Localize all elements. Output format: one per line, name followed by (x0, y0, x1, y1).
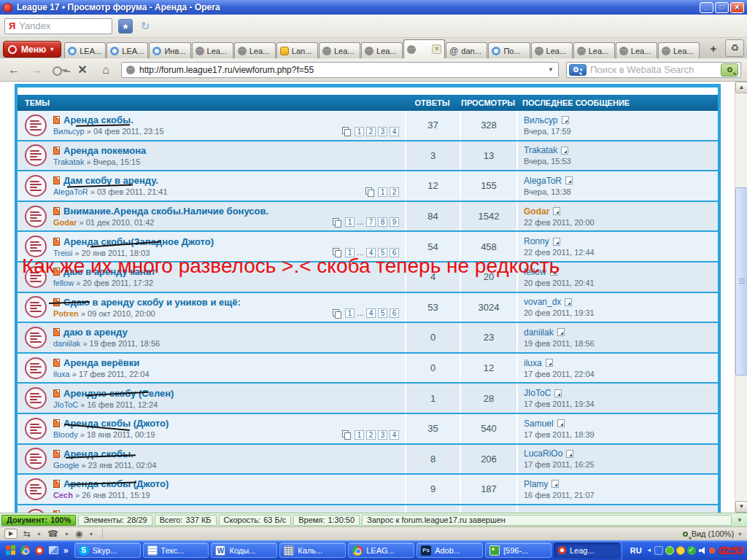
page-number-link[interactable]: 1 (378, 187, 387, 197)
browser-tab[interactable]: Lea... (361, 42, 403, 58)
topic-row[interactable]: Аренда скобы. Вильсур » 04 фев 2011, 23:… (18, 111, 718, 141)
goto-last-post-icon[interactable] (546, 359, 553, 367)
topic-author-link[interactable]: Вильсур (53, 127, 85, 136)
messenger-tray-icon[interactable] (676, 546, 685, 555)
topic-author-link[interactable]: Cech (53, 491, 73, 499)
page-number-link[interactable]: 6 (390, 308, 399, 318)
vertical-scrollbar[interactable]: ▲ ▼ (735, 82, 747, 513)
topic-row[interactable]: Аренда скобы. Google » 23 янв 2011, 02:0… (18, 445, 718, 475)
page-number-link[interactable]: 4 (366, 308, 376, 318)
taskbar-button[interactable]: Каль... (279, 542, 346, 558)
topic-row[interactable]: Аренда скобы (Джото) Cech » 26 янв 2011,… (18, 475, 718, 505)
windows-start-icon[interactable] (6, 545, 15, 556)
topic-title-link[interactable]: Аренда скобы. (63, 114, 133, 125)
forward-button[interactable]: → (29, 63, 45, 77)
goto-last-post-icon[interactable] (553, 207, 560, 215)
panel-toggle-button[interactable]: ▶ (4, 529, 18, 539)
last-post-author-link[interactable]: JIoToC (524, 388, 551, 398)
quicklaunch-more-icon[interactable]: » (63, 545, 69, 556)
topic-title-link[interactable]: Арендую скобу (Селен) (63, 388, 174, 399)
opera-unite-icon[interactable]: ☎ (47, 529, 58, 539)
page-number-link[interactable]: 1 (355, 127, 364, 136)
chrome-quicklaunch-icon[interactable] (20, 545, 30, 555)
chevron-down-icon[interactable]: ▼ (738, 532, 743, 537)
goto-last-post-icon[interactable] (557, 328, 565, 336)
opera-turbo-icon[interactable]: ◉ (75, 529, 82, 539)
browser-tab[interactable]: Lea... (658, 42, 700, 58)
address-bar[interactable]: http://forum.league17.ru/viewforum.php?f… (121, 62, 559, 78)
page-number-link[interactable]: 2 (390, 187, 399, 197)
tray-collapse-icon[interactable]: ◄ (646, 547, 652, 553)
last-post-author-link[interactable]: iluxa (524, 358, 542, 368)
minimize-button[interactable]: _ (700, 2, 713, 13)
last-post-author-link[interactable]: Samuel (524, 419, 554, 429)
page-number-link[interactable]: 9 (390, 217, 399, 227)
page-number-link[interactable]: 3 (378, 127, 387, 136)
last-post-author-link[interactable]: LucaRiOo (524, 448, 562, 459)
new-tab-button[interactable]: + (705, 41, 722, 57)
topic-row[interactable]: Аренда скобы(Западное Джото) Treisi » 20… (18, 232, 718, 262)
search-go-button[interactable] (721, 63, 738, 77)
taskbar-button[interactable]: LEAG... (348, 542, 414, 558)
browser-tab[interactable]: Lea... (531, 42, 573, 58)
page-number-link[interactable]: 5 (378, 248, 387, 257)
topic-author-link[interactable]: Bloody (53, 430, 78, 439)
antivirus-tray-icon[interactable]: ✓ (687, 546, 696, 555)
opera-menu-button[interactable]: Меню ▾ (3, 41, 61, 58)
goto-last-post-icon[interactable] (554, 389, 562, 397)
url-text[interactable]: http://forum.league17.ru/viewforum.php?f… (139, 65, 543, 75)
taskbar-button[interactable]: Текс... (143, 542, 209, 558)
page-number-link[interactable]: 1 (355, 430, 364, 440)
browser-tab[interactable]: Lea... (234, 42, 276, 58)
page-number-link[interactable]: 3 (378, 430, 387, 440)
topic-author-link[interactable]: fellow (53, 279, 74, 287)
topic-title-link[interactable]: Сдаю в аренду скобу и уников и ещё: (63, 297, 241, 308)
language-indicator[interactable]: RU (628, 545, 644, 556)
last-post-author-link[interactable]: Ronny (524, 236, 549, 246)
page-number-link[interactable]: 7 (366, 217, 376, 227)
opera-quicklaunch-icon[interactable] (35, 546, 44, 555)
taskbar-button[interactable]: Ps Adob... (417, 542, 483, 558)
opera-link-icon[interactable]: ⇆ (23, 529, 31, 539)
browser-tab[interactable]: Lea... (319, 42, 360, 58)
topic-title-link[interactable]: Аренда верёвки (63, 357, 139, 368)
last-post-author-link[interactable]: AlegaToR (524, 176, 562, 186)
goto-last-post-icon[interactable] (557, 419, 565, 427)
topic-title-link[interactable]: Аренда покемона (63, 145, 146, 156)
yandex-search-input[interactable]: Я Yandex (4, 18, 112, 34)
last-post-author-link[interactable]: vovan_dx (524, 297, 561, 307)
browser-tab[interactable]: Lan... (276, 42, 318, 58)
tab-close-icon[interactable]: ✕ (432, 44, 441, 54)
home-button[interactable]: ⌂ (98, 63, 114, 77)
browser-tab[interactable]: Инв... (149, 42, 190, 58)
chevron-down-icon[interactable]: ▼ (36, 532, 42, 537)
topic-author-link[interactable]: Trakatak (53, 158, 84, 166)
show-desktop-icon[interactable] (49, 546, 58, 554)
taskbar-button[interactable]: [596-... (485, 542, 551, 558)
goto-last-post-icon[interactable] (553, 238, 560, 246)
page-number-link[interactable]: 4 (390, 127, 399, 136)
goto-last-post-icon[interactable] (561, 147, 568, 155)
status-dropdown-icon[interactable]: ▼ (734, 517, 746, 524)
topic-row[interactable]: Аренда скобы (Джото) Bloody » 18 янв 201… (18, 414, 718, 445)
closed-tabs-trash-button[interactable]: ♻ (725, 39, 744, 57)
network-tray-icon[interactable] (654, 546, 663, 555)
topic-title-link[interactable]: Аренда скобы (Джото) (63, 478, 169, 489)
volume-tray-icon[interactable] (698, 546, 707, 555)
browser-tab[interactable]: Lea... (573, 42, 615, 58)
browser-tab[interactable]: ✕ (403, 39, 445, 58)
page-number-link[interactable]: 6 (390, 248, 399, 257)
last-post-author-link[interactable]: Plamy (524, 479, 548, 489)
topic-title-link[interactable]: даю в аренду (63, 327, 128, 338)
topic-row[interactable]: Дам скобу в аренду. AlegaToR » 03 фев 20… (18, 171, 718, 202)
page-number-link[interactable]: 1 (345, 308, 355, 318)
page-number-link[interactable]: 5 (378, 308, 387, 318)
stop-button[interactable]: ✕ (74, 63, 90, 77)
goto-last-post-icon[interactable] (562, 116, 569, 124)
topic-title-link[interactable]: Аренда скобы(Западное Джото) (63, 236, 214, 247)
taskbar-button[interactable]: S Skyp... (74, 542, 141, 558)
scroll-up-button[interactable]: ▲ (735, 82, 747, 93)
page-number-link[interactable]: 4 (366, 248, 376, 257)
wand-key-button[interactable] (53, 66, 67, 74)
topic-title-link[interactable]: Аренда скобы (Джото) (63, 418, 169, 429)
